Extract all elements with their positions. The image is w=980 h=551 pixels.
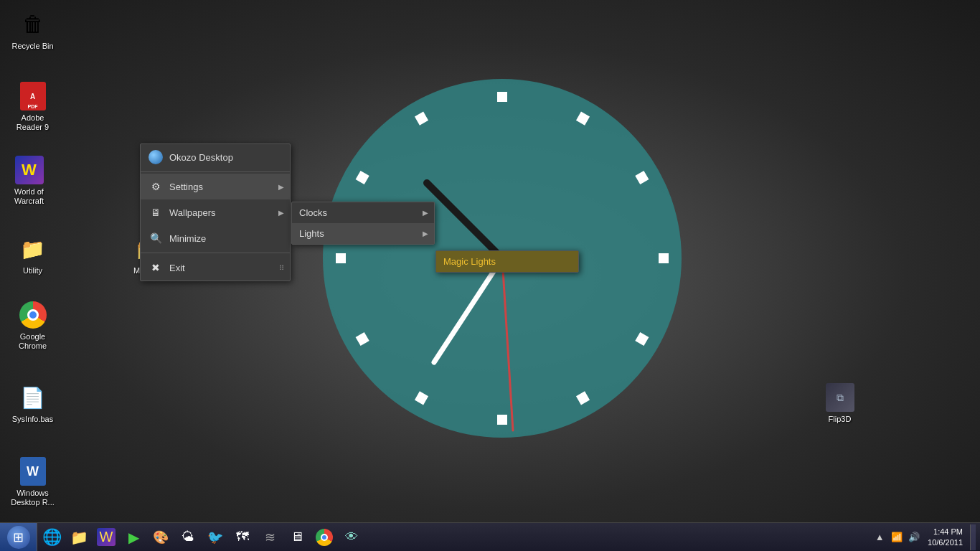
- desktop-icon-chrome[interactable]: GoogleChrome: [6, 298, 60, 354]
- taskbar-okozo-icon[interactable]: 👁: [339, 524, 364, 550]
- svg-rect-3: [659, 253, 669, 263]
- start-orb: ⊞: [7, 526, 30, 549]
- taskbar-maps-icon[interactable]: 🗺: [230, 524, 255, 550]
- lights-submenu: Magic Lights: [435, 250, 579, 273]
- menu-item-settings[interactable]: ⚙ Settings Clocks Lights Magic Lights: [141, 174, 290, 199]
- svg-rect-2: [635, 171, 649, 184]
- clock-date-value: 10/6/2011: [928, 537, 963, 547]
- utility-label: Utility: [23, 266, 42, 276]
- menu-label-exit: Exit: [169, 263, 185, 273]
- taskbar-media-icon[interactable]: ▶: [121, 524, 146, 550]
- svg-rect-0: [497, 92, 507, 102]
- tray-up-arrow[interactable]: ▲: [873, 531, 886, 544]
- desktop-icon-utility[interactable]: 📁 Utility: [6, 232, 60, 278]
- exit-icon: ✖: [148, 260, 164, 276]
- taskbar-items: 🌐 📁 W ▶ 🎨 🌤 🐦 🗺 ≋ 🖥: [37, 523, 869, 551]
- tray-network-icon[interactable]: 📶: [890, 531, 903, 544]
- taskbar-explorer-icon[interactable]: 📁: [66, 524, 92, 550]
- taskbar-weather-icon[interactable]: 🌤: [175, 524, 201, 550]
- svg-rect-8: [356, 332, 369, 346]
- start-button[interactable]: ⊞: [0, 523, 37, 552]
- svg-rect-6: [497, 415, 507, 425]
- menu-item-minimize[interactable]: 🔍 Minimize: [141, 225, 290, 251]
- menu-divider-2: [141, 253, 290, 253]
- svg-rect-9: [336, 253, 346, 263]
- flip3d-icon: ⧉: [826, 383, 854, 412]
- svg-line-13: [434, 258, 502, 362]
- desktop: 🗑 Recycle Bin A PDF AdobeReader 9 W Worl…: [0, 0, 980, 522]
- taskbar-chrome-taskbar-icon[interactable]: [311, 524, 337, 550]
- settings-gear-icon: ⚙: [148, 179, 164, 194]
- windesktop-icon: W: [19, 457, 47, 486]
- menu-label-okozo: Okozo Desktop: [169, 152, 233, 163]
- recycle-bin-icon: 🗑: [19, 10, 47, 39]
- svg-rect-4: [635, 332, 649, 346]
- clock-time-value: 1:44 PM: [928, 527, 963, 537]
- sysinfo-icon: 📄: [19, 383, 47, 412]
- wow-label: World ofWarcraft: [14, 187, 44, 206]
- desktop-icon-windesktop[interactable]: W WindowsDesktop R...: [6, 454, 60, 510]
- svg-rect-11: [415, 112, 428, 126]
- lights-label: Lights: [299, 228, 324, 239]
- taskbar: ⊞ 🌐 📁 W ▶ 🎨 🌤 🐦 🗺 ≋ 🖥: [0, 522, 980, 551]
- menu-label-wallpapers: Wallpapers: [169, 207, 216, 218]
- windesktop-label: WindowsDesktop R...: [11, 489, 55, 507]
- monitor-icon: 🖥: [148, 204, 164, 220]
- recycle-bin-label: Recycle Bin: [11, 42, 53, 51]
- show-desktop-button[interactable]: [970, 524, 976, 550]
- svg-line-14: [502, 258, 513, 430]
- desktop-icon-adobe[interactable]: A PDF AdobeReader 9: [6, 79, 60, 135]
- utility-folder-icon: 📁: [19, 235, 47, 263]
- settings-submenu: Clocks Lights Magic Lights: [291, 202, 435, 245]
- desktop-icon-wow[interactable]: W World ofWarcraft: [2, 153, 56, 209]
- chrome-label: GoogleChrome: [19, 332, 47, 351]
- menu-item-okozo[interactable]: Okozo Desktop: [141, 144, 290, 170]
- taskbar-ie-icon[interactable]: 🌐: [39, 524, 65, 550]
- minimize-icon: 🔍: [148, 230, 164, 246]
- taskbar-wow-icon[interactable]: W: [93, 524, 119, 550]
- flip3d-label: Flip3D: [829, 415, 852, 424]
- tray-volume-icon[interactable]: 🔊: [908, 531, 920, 544]
- menu-item-exit[interactable]: ✖ Exit ⠿: [141, 255, 290, 281]
- wow-icon: W: [15, 156, 44, 184]
- adobe-label: AdobeReader 9: [17, 113, 49, 132]
- exit-shortcut-icon: ⠿: [279, 264, 284, 272]
- system-tray: ▲ 📶 🔊 1:44 PM 10/6/2011: [869, 523, 980, 551]
- menu-divider-1: [141, 171, 290, 172]
- magic-lights-label: Magic Lights: [443, 256, 496, 267]
- svg-rect-1: [576, 112, 590, 126]
- menu-label-minimize: Minimize: [169, 233, 206, 244]
- svg-rect-5: [576, 391, 590, 405]
- desktop-icon-sysinfo[interactable]: 📄 SysInfo.bas: [6, 380, 60, 427]
- globe-icon: [148, 149, 164, 165]
- taskbar-webex-icon[interactable]: 🖥: [284, 524, 310, 550]
- clocks-label: Clocks: [299, 207, 327, 218]
- desktop-icon-flip3d[interactable]: ⧉ Flip3D: [813, 380, 867, 427]
- submenu-item-magic-lights[interactable]: Magic Lights: [436, 251, 578, 272]
- svg-rect-7: [415, 391, 428, 405]
- taskbar-paint-icon[interactable]: 🎨: [148, 524, 174, 550]
- chrome-icon: [19, 301, 47, 329]
- submenu-item-clocks[interactable]: Clocks: [292, 202, 434, 223]
- svg-line-12: [427, 183, 502, 258]
- svg-rect-10: [356, 171, 369, 184]
- menu-label-settings: Settings: [169, 182, 203, 192]
- main-context-menu: Okozo Desktop ⚙ Settings Clocks Lights: [140, 143, 291, 281]
- context-menu: Okozo Desktop ⚙ Settings Clocks Lights: [140, 143, 291, 281]
- taskbar-twitter-icon[interactable]: 🐦: [202, 524, 228, 550]
- taskbar-wave-icon[interactable]: ≋: [257, 524, 283, 550]
- sysinfo-label: SysInfo.bas: [12, 415, 53, 424]
- clock-display[interactable]: 1:44 PM 10/6/2011: [925, 527, 966, 547]
- menu-item-wallpapers[interactable]: 🖥 Wallpapers: [141, 199, 290, 225]
- submenu-item-lights[interactable]: Lights Magic Lights: [292, 223, 434, 244]
- adobe-reader-icon: A PDF: [19, 82, 47, 110]
- desktop-icon-recycle[interactable]: 🗑 Recycle Bin: [6, 7, 60, 54]
